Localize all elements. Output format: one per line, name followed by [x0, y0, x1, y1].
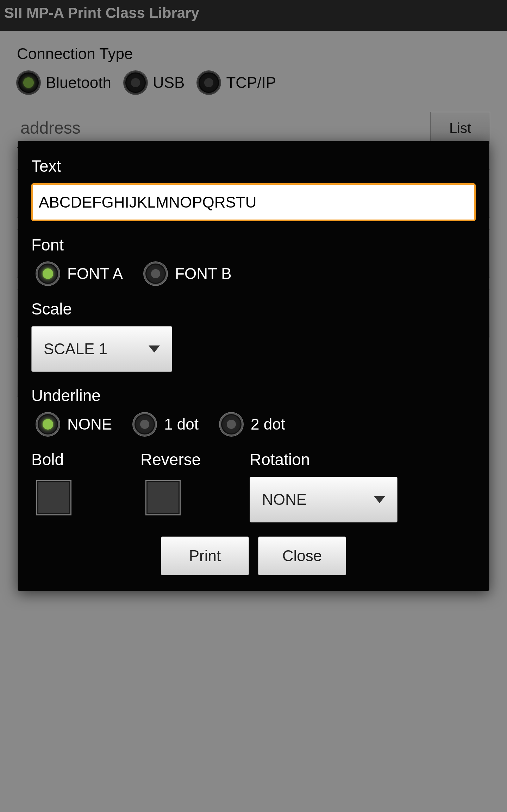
text-label: Text [31, 157, 476, 176]
chevron-down-icon [149, 345, 160, 353]
radio-font-b-icon [144, 262, 167, 285]
radio-font-a[interactable]: FONT A [36, 262, 123, 285]
font-label: Font [31, 235, 476, 254]
radio-underline-1dot-icon [133, 413, 156, 436]
text-formatting-dialog: Text Font FONT A FONT B Scale SCALE [18, 141, 489, 591]
close-button[interactable]: Close [258, 537, 346, 575]
radio-underline-1dot[interactable]: 1 dot [133, 413, 199, 436]
rotation-value: NONE [262, 491, 307, 508]
radio-font-b-label: FONT B [175, 265, 232, 283]
scale-label: Scale [31, 299, 476, 318]
bold-label: Bold [31, 450, 140, 469]
text-input[interactable] [33, 185, 474, 220]
underline-label: Underline [31, 386, 476, 405]
chevron-down-icon [374, 496, 385, 503]
radio-underline-none-icon [36, 413, 60, 436]
radio-underline-none[interactable]: NONE [36, 413, 112, 436]
scale-spinner[interactable]: SCALE 1 [31, 326, 172, 372]
radio-underline-2dot[interactable]: 2 dot [220, 413, 285, 436]
radio-font-b[interactable]: FONT B [144, 262, 232, 285]
radio-underline-1dot-label: 1 dot [164, 415, 199, 433]
bold-checkbox[interactable] [36, 480, 71, 515]
radio-underline-2dot-icon [220, 413, 243, 436]
radio-underline-2dot-label: 2 dot [251, 415, 285, 433]
scale-value: SCALE 1 [44, 340, 107, 358]
print-button[interactable]: Print [161, 537, 249, 575]
radio-font-a-icon [36, 262, 60, 285]
rotation-label: Rotation [250, 450, 398, 469]
reverse-checkbox[interactable] [145, 480, 181, 515]
radio-underline-none-label: NONE [67, 415, 112, 433]
rotation-spinner[interactable]: NONE [250, 477, 398, 522]
reverse-label: Reverse [140, 450, 250, 469]
text-field-wrapper [31, 183, 476, 221]
radio-font-a-label: FONT A [67, 265, 123, 283]
